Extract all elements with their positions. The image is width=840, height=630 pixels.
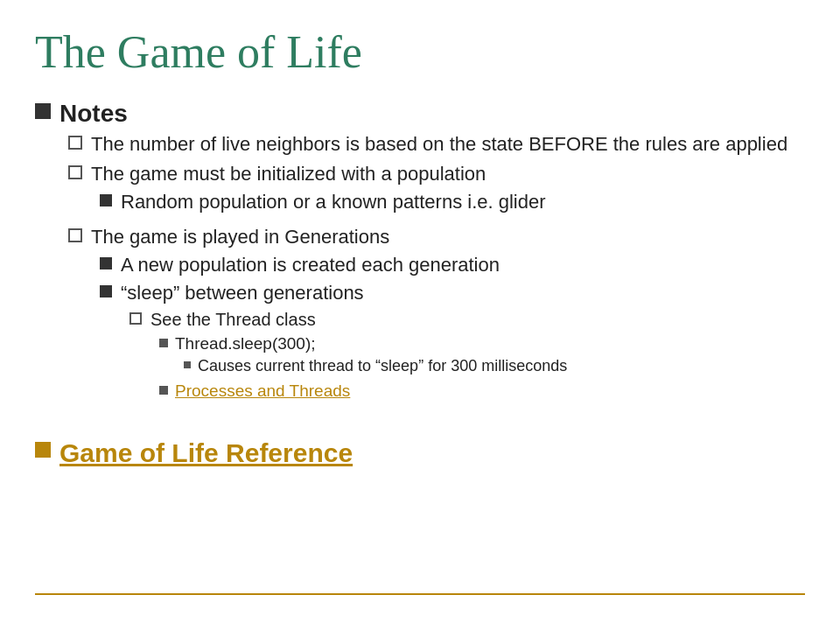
small-rect-icon-2 <box>159 386 168 395</box>
notes-item-3-sub-2: “sleep” between generations See the Thre… <box>100 282 567 409</box>
notes-label: Notes <box>60 100 128 127</box>
notes-item-2-sub: Random population or a known patterns i.… <box>91 191 546 214</box>
rect-bullet-icon-2 <box>100 257 112 270</box>
level4-item-2: Processes and Threads <box>159 382 567 401</box>
notes-item-3-content: The game is played in Generations A new … <box>91 226 567 414</box>
notes-item-3-text: The game is played in Generations <box>91 226 389 248</box>
small-rect-icon-1 <box>159 339 168 347</box>
level4-list: Thread.sleep(300); Causes current thread… <box>150 334 567 401</box>
notes-item-2-sub-1: Random population or a known patterns i.… <box>100 191 546 214</box>
notes-item-3-sub: A new population is created each generat… <box>91 254 567 409</box>
notes-item-1: The number of live neighbors is based on… <box>68 133 788 156</box>
main-list-item-reference: Game of Life Reference <box>35 438 805 468</box>
notes-sub-list: The number of live neighbors is based on… <box>60 133 788 414</box>
tiny-rect-icon-1 <box>184 361 191 368</box>
checkbox-icon-1 <box>68 136 82 150</box>
level5-item-1: Causes current thread to “sleep” for 300… <box>184 357 567 375</box>
notes-item-3-sub-1: A new population is created each generat… <box>100 254 567 276</box>
rect-bullet-icon-1 <box>100 194 112 206</box>
game-of-life-reference-link[interactable]: Game of Life Reference <box>60 438 353 468</box>
notes-item-2-content: The game must be initialized with a popu… <box>91 163 546 219</box>
notes-item-2-sub-1-text: Random population or a known patterns i.… <box>121 191 546 214</box>
notes-bullet-icon <box>35 103 51 119</box>
notes-item-3-sub-1-text: A new population is created each generat… <box>121 254 500 276</box>
notes-item-3-sub-2-text: “sleep” between generations <box>121 282 364 304</box>
level5-list: Causes current thread to “sleep” for 300… <box>175 357 567 375</box>
main-list: Notes The number of live neighbors is ba… <box>35 100 805 468</box>
bottom-rule <box>35 593 805 595</box>
level4-item-1-content: Thread.sleep(300); Causes current thread… <box>175 334 567 378</box>
level3-item-1-text: See the Thread class <box>150 310 316 329</box>
slide: The Game of Life Notes The number of liv… <box>0 0 840 630</box>
level3-item-1-content: See the Thread class Thread.sleep(300); <box>150 310 567 404</box>
notes-item-2: The game must be initialized with a popu… <box>68 163 788 219</box>
rect-bullet-icon-3 <box>100 285 112 298</box>
notes-item-1-text: The number of live neighbors is based on… <box>91 133 788 156</box>
level5-item-1-text: Causes current thread to “sleep” for 300… <box>198 357 567 375</box>
checkbox-icon-2 <box>68 165 82 179</box>
notes-item-2-text: The game must be initialized with a popu… <box>91 163 486 185</box>
level3-item-1: See the Thread class Thread.sleep(300); <box>130 310 567 404</box>
checkbox-icon-3 <box>68 228 82 242</box>
level3-list: See the Thread class Thread.sleep(300); <box>121 310 567 404</box>
notes-item-3: The game is played in Generations A new … <box>68 226 788 414</box>
checkbox-small-icon <box>130 312 142 325</box>
reference-bullet-icon <box>35 442 51 458</box>
level4-item-1: Thread.sleep(300); Causes current thread… <box>159 334 567 378</box>
processes-threads-link[interactable]: Processes and Threads <box>175 382 350 401</box>
main-list-item-notes: Notes The number of live neighbors is ba… <box>35 100 805 421</box>
notes-item-3-sub-2-content: “sleep” between generations See the Thre… <box>121 282 567 409</box>
notes-content: Notes The number of live neighbors is ba… <box>60 100 788 421</box>
slide-title: The Game of Life <box>35 26 805 82</box>
level4-item-1-text: Thread.sleep(300); <box>175 334 316 353</box>
